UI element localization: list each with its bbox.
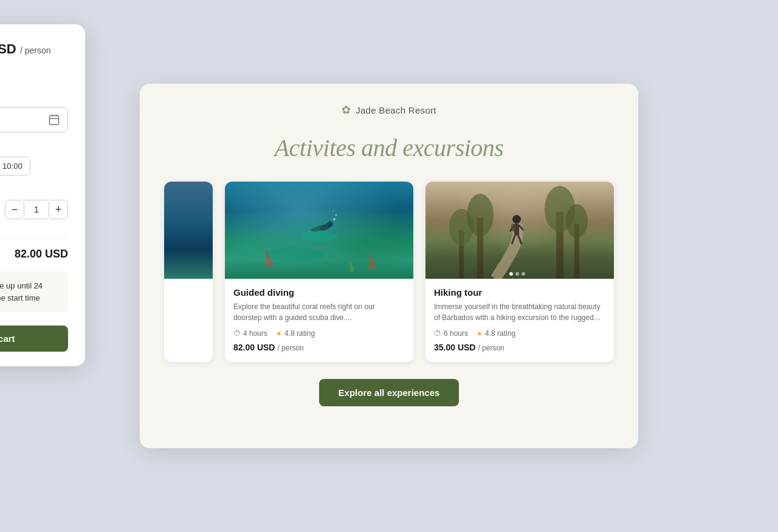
date-label: Date <box>0 94 68 102</box>
hiking-desc: Immerse yourself in the breathtaking nat… <box>434 301 605 323</box>
date-input[interactable]: 16 Feb 2024 <box>0 107 68 132</box>
star-icon-hiking: ★ <box>477 330 483 338</box>
refund-text: Fully refundable up until 24 hours befor… <box>0 280 61 304</box>
rating-row: ★ 4.8 rating <box>0 72 68 81</box>
diving-desc: Explore the beautiful coral reefs right … <box>233 301 405 323</box>
hiking-duration: ⏱ 6 hours <box>434 329 468 338</box>
qty-row: − 1 + <box>5 200 68 219</box>
diving-title: Guided diving <box>233 287 405 298</box>
start-time-group: 07:00 09:00 10:00 <box>0 157 68 176</box>
total-row: Total 82.00 USD <box>0 248 68 261</box>
units-row: Standard i 82.00 USD / person − 1 + <box>0 200 68 230</box>
svg-point-5 <box>333 218 336 220</box>
resort-name: Jade Beach Resort <box>356 105 436 115</box>
start-time-label: Start time <box>0 143 68 152</box>
activity-card-hiking[interactable]: Hiking tour Immerse yourself in the brea… <box>425 182 614 362</box>
units-label: Units <box>0 186 68 195</box>
explore-btn-wrap: Explore all experiences <box>164 379 614 406</box>
best-price-link[interactable]: Best price guarantee <box>0 60 68 69</box>
explore-all-button[interactable]: Explore all experiences <box>319 379 460 406</box>
qty-decrease-btn[interactable]: − <box>5 200 24 219</box>
hiking-price: 35.00 USD / person <box>434 343 605 352</box>
diving-price: 82.00 USD / person <box>233 343 405 352</box>
svg-point-6 <box>336 214 337 216</box>
price-per: / person <box>20 46 51 55</box>
price-from: From 82.00 USD / person <box>0 41 68 57</box>
time-btn-1000[interactable]: 10:00 <box>0 157 30 176</box>
total-amount: 82.00 USD <box>15 248 68 261</box>
svg-point-26 <box>522 272 525 276</box>
refund-row: Fully refundable up until 24 hours befor… <box>0 271 68 312</box>
clock-icon-hiking: ⏱ <box>434 329 441 338</box>
diving-meta: ⏱ 4 hours ★ 4.8 rating <box>233 329 405 338</box>
hiking-card-body: Hiking tour Immerse yourself in the brea… <box>425 279 614 362</box>
page-title: Activites and excursions <box>164 134 614 162</box>
hiking-card-image <box>425 182 614 279</box>
activities-row: Guided diving Explore the beautiful cora… <box>164 182 614 362</box>
calendar-icon <box>48 114 60 126</box>
svg-point-24 <box>509 272 513 276</box>
svg-point-14 <box>467 194 494 236</box>
svg-point-17 <box>512 215 521 223</box>
clock-icon: ⏱ <box>233 329 241 338</box>
svg-point-25 <box>515 272 519 276</box>
partial-ocean-image <box>164 182 213 279</box>
diving-card-image <box>225 182 413 279</box>
qty-increase-btn[interactable]: + <box>49 200 68 219</box>
divider <box>0 239 68 239</box>
svg-rect-27 <box>50 115 59 124</box>
diving-card-body: Guided diving Explore the beautiful cora… <box>225 279 413 362</box>
resort-header: ✿ Jade Beach Resort <box>164 103 614 117</box>
hiking-meta: ⏱ 6 hours ★ 4.8 rating <box>434 329 605 338</box>
svg-rect-23 <box>511 224 515 231</box>
activity-card-partial[interactable] <box>164 182 213 362</box>
activity-card-diving[interactable]: Guided diving Explore the beautiful cora… <box>225 182 413 362</box>
diving-duration: ⏱ 4 hours <box>233 329 267 338</box>
price-amount: 82.00 USD <box>0 41 16 56</box>
resort-icon: ✿ <box>342 103 351 117</box>
hiking-title: Hiking tour <box>434 287 605 298</box>
star-icon: ★ <box>276 330 282 338</box>
qty-value: 1 <box>24 200 49 219</box>
diving-rating: ★ 4.8 rating <box>276 329 315 338</box>
booking-widget: From 82.00 USD / person Best price guara… <box>0 24 85 366</box>
svg-point-1 <box>264 247 325 262</box>
add-to-cart-button[interactable]: Add to cart <box>0 326 68 352</box>
svg-point-7 <box>332 211 334 212</box>
svg-point-16 <box>566 204 588 238</box>
svg-point-0 <box>301 231 337 241</box>
main-resort-card: ✿ Jade Beach Resort Activites and excurs… <box>140 84 638 448</box>
svg-point-3 <box>327 221 333 227</box>
hiking-rating: ★ 4.8 rating <box>477 329 515 338</box>
